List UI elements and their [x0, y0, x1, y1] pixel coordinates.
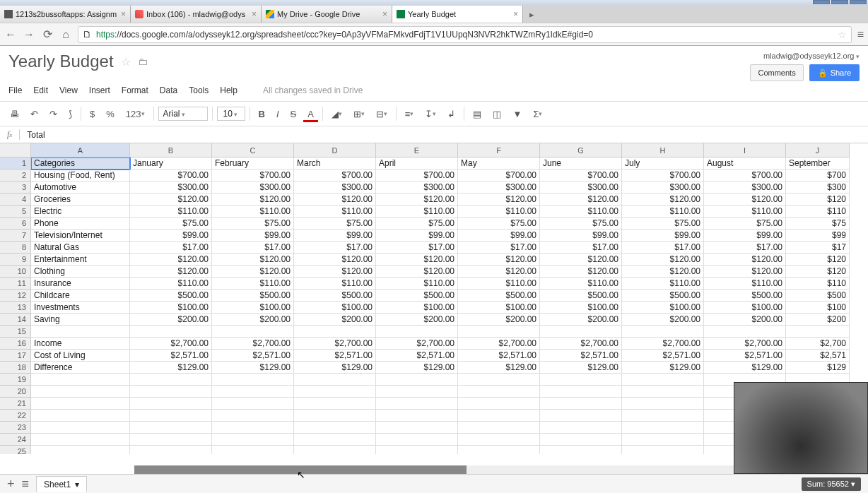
menu-tools[interactable]: Tools — [189, 85, 209, 95]
star-doc-icon[interactable]: ☆ — [121, 55, 131, 69]
cell-E18[interactable]: $129.00 — [376, 362, 458, 374]
cell-D23[interactable] — [294, 422, 376, 434]
cell-E3[interactable]: $300.00 — [376, 182, 458, 194]
cell-B12[interactable]: $500.00 — [130, 290, 212, 302]
cell-F12[interactable]: $500.00 — [458, 290, 540, 302]
menu-edit[interactable]: Edit — [33, 85, 48, 95]
cell-G12[interactable]: $500.00 — [540, 290, 622, 302]
cell-B13[interactable]: $100.00 — [130, 302, 212, 314]
cell-F13[interactable]: $100.00 — [458, 302, 540, 314]
row-header-15[interactable]: 15 — [0, 326, 31, 338]
menu-data[interactable]: Data — [160, 85, 177, 95]
cell-E12[interactable]: $500.00 — [376, 290, 458, 302]
h-align-icon[interactable]: ≡ — [401, 106, 418, 122]
cell-B6[interactable]: $75.00 — [130, 218, 212, 230]
cell-D5[interactable]: $110.00 — [294, 206, 376, 218]
cell-J6[interactable]: $75 — [786, 218, 850, 230]
cell-C16[interactable]: $2,700.00 — [212, 338, 294, 350]
cell-B4[interactable]: $120.00 — [130, 194, 212, 206]
maximize-button[interactable] — [831, 0, 848, 4]
cell-E2[interactable]: $700.00 — [376, 170, 458, 182]
cell-J10[interactable]: $120 — [786, 266, 850, 278]
cell-H21[interactable] — [622, 398, 704, 410]
cell-D25[interactable] — [294, 446, 376, 454]
cell-D17[interactable]: $2,571.00 — [294, 350, 376, 362]
cell-E16[interactable]: $2,700.00 — [376, 338, 458, 350]
cell-C10[interactable]: $120.00 — [212, 266, 294, 278]
strikethrough-button[interactable]: S — [286, 106, 301, 122]
cell-A12[interactable]: Childcare — [31, 290, 130, 302]
cell-G17[interactable]: $2,571.00 — [540, 350, 622, 362]
browser-tab-2[interactable]: My Drive - Google Drive× — [262, 6, 392, 23]
cell-E14[interactable]: $200.00 — [376, 314, 458, 326]
cell-A11[interactable]: Insurance — [31, 278, 130, 290]
cell-B15[interactable] — [130, 326, 212, 338]
cell-D19[interactable] — [294, 374, 376, 386]
cell-A13[interactable]: Investments — [31, 302, 130, 314]
col-header-B[interactable]: B — [130, 143, 212, 158]
cell-D18[interactable]: $129.00 — [294, 362, 376, 374]
col-header-G[interactable]: G — [540, 143, 622, 158]
cell-B24[interactable] — [130, 434, 212, 446]
cell-E23[interactable] — [376, 422, 458, 434]
cell-H3[interactable]: $300.00 — [622, 182, 704, 194]
cell-C6[interactable]: $75.00 — [212, 218, 294, 230]
row-header-22[interactable]: 22 — [0, 410, 31, 422]
cell-I6[interactable]: $75.00 — [704, 218, 786, 230]
cell-B3[interactable]: $300.00 — [130, 182, 212, 194]
cell-D14[interactable]: $200.00 — [294, 314, 376, 326]
cell-D21[interactable] — [294, 398, 376, 410]
bookmark-star-icon[interactable]: ☆ — [838, 29, 847, 40]
cell-G25[interactable] — [540, 446, 622, 454]
cell-B8[interactable]: $17.00 — [130, 242, 212, 254]
paint-format-icon[interactable]: ⟆ — [64, 106, 76, 122]
tab-close-icon[interactable]: × — [121, 9, 126, 19]
cell-I8[interactable]: $17.00 — [704, 242, 786, 254]
cell-J8[interactable]: $17 — [786, 242, 850, 254]
cell-J17[interactable]: $2,571 — [786, 350, 850, 362]
cell-D24[interactable] — [294, 434, 376, 446]
cell-E11[interactable]: $110.00 — [376, 278, 458, 290]
row-header-20[interactable]: 20 — [0, 386, 31, 398]
cell-H23[interactable] — [622, 422, 704, 434]
cell-G9[interactable]: $120.00 — [540, 254, 622, 266]
cell-G5[interactable]: $110.00 — [540, 206, 622, 218]
cell-E17[interactable]: $2,571.00 — [376, 350, 458, 362]
close-window-button[interactable] — [850, 0, 867, 4]
cell-I1[interactable]: August — [704, 158, 786, 170]
filter-icon[interactable]: ▼ — [508, 106, 526, 122]
cell-C4[interactable]: $120.00 — [212, 194, 294, 206]
cell-J2[interactable]: $700 — [786, 170, 850, 182]
cell-C7[interactable]: $99.00 — [212, 230, 294, 242]
chrome-menu-icon[interactable]: ≡ — [857, 28, 864, 41]
row-header-21[interactable]: 21 — [0, 398, 31, 410]
row-header-9[interactable]: 9 — [0, 254, 31, 266]
cell-E6[interactable]: $75.00 — [376, 218, 458, 230]
cell-F4[interactable]: $120.00 — [458, 194, 540, 206]
print-icon[interactable]: 🖶 — [6, 106, 23, 122]
menu-view[interactable]: View — [59, 85, 78, 95]
cell-C9[interactable]: $120.00 — [212, 254, 294, 266]
borders-icon[interactable]: ⊞ — [349, 106, 369, 122]
cell-B17[interactable]: $2,571.00 — [130, 350, 212, 362]
cell-B7[interactable]: $99.00 — [130, 230, 212, 242]
cell-B10[interactable]: $120.00 — [130, 266, 212, 278]
cell-B16[interactable]: $2,700.00 — [130, 338, 212, 350]
cell-J15[interactable] — [786, 326, 850, 338]
cell-J13[interactable]: $100 — [786, 302, 850, 314]
cell-G1[interactable]: June — [540, 158, 622, 170]
cell-H13[interactable]: $100.00 — [622, 302, 704, 314]
home-button[interactable]: ⌂ — [59, 28, 72, 41]
cell-D10[interactable]: $120.00 — [294, 266, 376, 278]
cell-B14[interactable]: $200.00 — [130, 314, 212, 326]
cell-A18[interactable]: Difference — [31, 362, 130, 374]
cell-F5[interactable]: $110.00 — [458, 206, 540, 218]
cell-J12[interactable]: $500 — [786, 290, 850, 302]
cell-G4[interactable]: $120.00 — [540, 194, 622, 206]
font-select[interactable]: Arial — [158, 107, 208, 121]
cell-F8[interactable]: $17.00 — [458, 242, 540, 254]
all-sheets-button[interactable]: ≡ — [22, 477, 30, 492]
functions-icon[interactable]: Σ — [529, 106, 546, 122]
cell-B2[interactable]: $700.00 — [130, 170, 212, 182]
cell-B23[interactable] — [130, 422, 212, 434]
